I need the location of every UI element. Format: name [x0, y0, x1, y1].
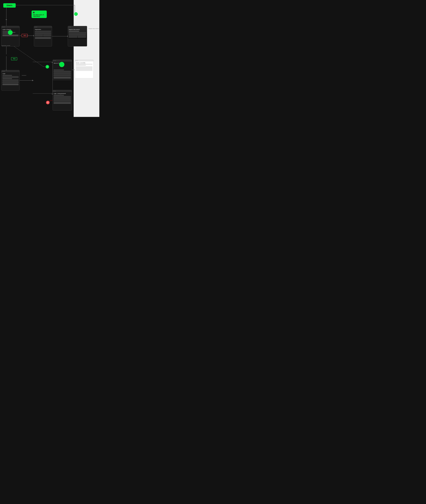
title-bar: [68, 26, 87, 28]
screen-signup[interactable]: Sign up / Google: [53, 60, 72, 80]
check-circle-top: ✓: [74, 12, 78, 16]
field-1: [54, 70, 64, 70]
title-bar: [53, 90, 72, 92]
field-1: [35, 31, 51, 32]
registration-answer-label: registration answer: [1, 45, 10, 46]
screen-login-register[interactable]: Login or Register: [1, 26, 20, 46]
field-3a: [35, 35, 43, 36]
screen-title: Login - wrong password: [54, 93, 71, 94]
field-2: [2, 76, 18, 78]
check-circle-mid: ✓: [46, 65, 49, 69]
field-3: [69, 34, 86, 36]
screen-title: Registration: [35, 29, 51, 30]
screen-title: Register data entered: [69, 29, 86, 30]
field-3: [2, 78, 12, 79]
field-1: [69, 31, 79, 32]
btn: [54, 77, 71, 79]
field-3: [54, 98, 71, 100]
field-1: [2, 75, 12, 76]
node-indicator: [33, 12, 35, 13]
title-bar: [34, 26, 52, 28]
btn: [2, 84, 18, 85]
screen-registration[interactable]: Registration: [34, 26, 52, 46]
x-circle: ✕: [46, 101, 50, 104]
field-4a: [69, 36, 77, 38]
svg-line-9: [14, 46, 43, 67]
screen-login-bottom[interactable]: Login: [1, 70, 20, 91]
yes-badge: YES: [11, 57, 17, 60]
field-2: [54, 96, 71, 98]
title-bar: [75, 60, 93, 61]
field-4: [54, 100, 71, 102]
register-data-label: Register data entered: [89, 28, 99, 29]
btn: [54, 102, 71, 104]
field-3b: [43, 35, 51, 36]
field-3: [54, 73, 71, 74]
ask-node[interactable]: Ask what types of registration: [32, 11, 47, 18]
ask-node-text: Ask what types of registration: [33, 14, 44, 17]
panel-btn: [76, 66, 92, 71]
screen-register-data[interactable]: Register data entered: [68, 26, 87, 46]
screen-title: Login: [2, 73, 18, 74]
title-bar: [1, 70, 19, 72]
svg-marker-26: [32, 80, 34, 81]
field-5: [2, 81, 18, 83]
no-badge: NO: [22, 34, 28, 37]
field-1: [76, 64, 92, 65]
right-panel: [74, 0, 99, 117]
btn: [2, 35, 18, 36]
field-2: [54, 71, 71, 72]
field-2: [35, 33, 51, 34]
field-4b: [78, 36, 86, 38]
incorrect-label: Incorrect?: [22, 75, 26, 76]
field-4: [54, 75, 71, 76]
svg-marker-2: [6, 19, 7, 21]
field-1: [54, 95, 64, 96]
btn: [35, 37, 51, 39]
title-bar: [1, 26, 19, 28]
field-2: [76, 65, 86, 65]
users-button[interactable]: Users: [3, 3, 16, 7]
field-2: [69, 32, 86, 34]
green-circle-indicator: [8, 30, 13, 35]
field-4: [2, 79, 18, 81]
green-circle-signup: [59, 62, 64, 67]
screen-title: Login or Register: [2, 29, 18, 30]
success-text: Success - successfully: [76, 62, 92, 63]
success-screen[interactable]: Success - successfully: [75, 60, 93, 78]
screen-login-wrong[interactable]: Login - wrong password: [53, 90, 72, 110]
title-bar: [53, 60, 72, 62]
